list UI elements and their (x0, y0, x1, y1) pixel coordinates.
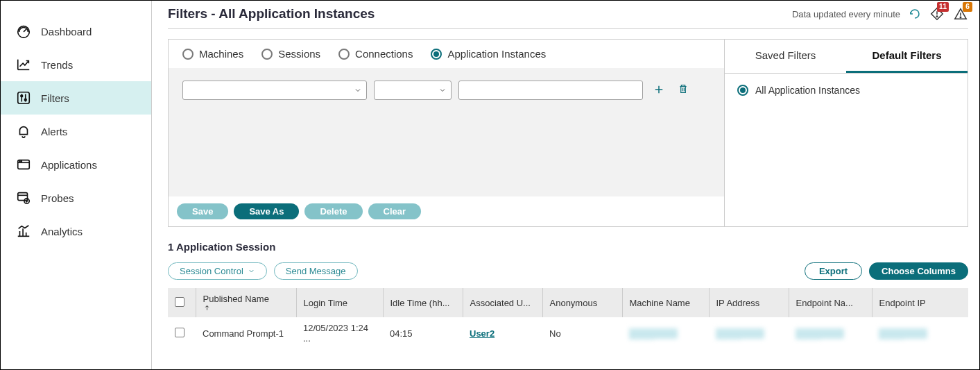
filter-builder (169, 68, 724, 196)
sidebar-item-trends[interactable]: Trends (1, 48, 151, 81)
sidebar-item-applications[interactable]: Applications (1, 148, 151, 181)
sidebar-item-label: Probes (41, 192, 74, 204)
filter-panel: Machines Sessions Connections Appli (168, 39, 968, 227)
tab-saved-filters[interactable]: Saved Filters (725, 40, 846, 73)
cell-idle-time: 04:15 (383, 317, 463, 349)
col-associated-user[interactable]: Associated U... (463, 288, 542, 317)
filter-field-select[interactable] (182, 81, 367, 100)
col-idle-time[interactable]: Idle Time (hh... (383, 288, 463, 317)
sidebar-item-label: Filters (41, 92, 69, 104)
chevron-down-icon (354, 86, 362, 94)
sidebar-item-label: Dashboard (41, 26, 92, 37)
default-filters-content: All Application Instances (725, 74, 968, 107)
radio-application-instances[interactable]: Application Instances (431, 48, 546, 60)
svg-point-10 (960, 17, 961, 17)
cell-associated-user: User2 (463, 317, 542, 349)
page-title: Filters - All Application Instances (168, 6, 375, 22)
warning-badge: 6 (963, 2, 972, 12)
sidebar: Dashboard Trends Filters Alerts Applicat… (1, 1, 152, 369)
col-anonymous[interactable]: Anonymous (542, 288, 622, 317)
default-filter-all-app-instances[interactable]: All Application Instances (737, 85, 955, 96)
sidebar-item-analytics[interactable]: Analytics (1, 215, 151, 248)
top-right: Data updated every minute 11 6 (792, 6, 968, 22)
save-button[interactable]: Save (177, 203, 228, 219)
sidebar-item-label: Applications (41, 159, 97, 171)
sidebar-item-alerts[interactable]: Alerts (1, 115, 151, 148)
cell-endpoint-name: ████ (789, 317, 872, 349)
col-endpoint-ip[interactable]: Endpoint IP (872, 288, 968, 317)
delete-button[interactable]: Delete (304, 203, 362, 219)
refresh-icon[interactable] (909, 8, 921, 20)
send-message-button[interactable]: Send Message (274, 262, 358, 280)
radio-machines[interactable]: Machines (182, 48, 243, 60)
row-checkbox[interactable] (175, 328, 184, 337)
delete-filter-button[interactable] (675, 81, 691, 97)
radio-label: Machines (199, 48, 243, 60)
svg-rect-1 (18, 92, 30, 104)
col-checkbox (168, 288, 196, 317)
svg-point-6 (21, 161, 22, 162)
cell-login-time: 12/05/2023 1:24 ... (296, 317, 383, 349)
cell-anonymous: No (542, 317, 622, 349)
svg-point-5 (19, 161, 20, 162)
svg-point-9 (936, 16, 937, 17)
sidebar-item-probes[interactable]: Probes (1, 181, 151, 215)
clear-button[interactable]: Clear (368, 203, 422, 219)
dashboard-icon (16, 24, 31, 39)
bell-icon (16, 124, 31, 139)
choose-columns-button[interactable]: Choose Columns (869, 262, 968, 280)
sidebar-item-label: Analytics (41, 226, 83, 237)
add-filter-button[interactable] (650, 81, 668, 99)
analytics-icon (16, 224, 31, 239)
radio-label: Application Instances (447, 48, 546, 60)
user-link[interactable]: User2 (470, 328, 495, 339)
radio-icon (182, 49, 194, 60)
col-login-time[interactable]: Login Time (296, 288, 383, 317)
save-as-button[interactable]: Save As (234, 203, 299, 219)
radio-label: Connections (355, 48, 413, 60)
table-header-row: Published Name Login Time Idle Time (hh.… (168, 288, 968, 317)
update-text: Data updated every minute (792, 9, 900, 19)
checkbox-all[interactable] (175, 297, 184, 307)
filter-value-input[interactable] (458, 81, 643, 100)
col-machine-name[interactable]: Machine Name (622, 288, 709, 317)
table-row[interactable]: Command Prompt-1 12/05/2023 1:24 ... 04:… (168, 317, 968, 349)
svg-rect-7 (18, 193, 28, 201)
sidebar-item-filters[interactable]: Filters (1, 81, 151, 115)
radio-icon (338, 49, 350, 60)
filter-actions: Save Save As Delete Clear (169, 196, 724, 226)
col-published-name[interactable]: Published Name (196, 288, 296, 317)
radio-icon (431, 49, 442, 60)
sidebar-item-label: Alerts (41, 126, 67, 137)
session-count-title: 1 Application Session (168, 227, 968, 262)
session-toolbar: Session Control Send Message Export Choo… (168, 262, 968, 288)
radio-icon (737, 85, 748, 96)
critical-badge: 11 (937, 2, 949, 12)
radio-icon (261, 49, 273, 60)
top-row: Filters - All Application Instances Data… (168, 1, 968, 29)
filter-type-radios: Machines Sessions Connections Appli (169, 40, 724, 68)
sidebar-item-dashboard[interactable]: Dashboard (1, 15, 151, 48)
session-control-button[interactable]: Session Control (168, 262, 267, 280)
tab-default-filters[interactable]: Default Filters (846, 40, 968, 73)
radio-connections[interactable]: Connections (338, 48, 413, 60)
probes-icon (16, 190, 31, 205)
warning-alerts-button[interactable]: 6 (953, 6, 968, 22)
cell-ip-address: ████ (709, 317, 789, 349)
radio-sessions[interactable]: Sessions (261, 48, 320, 60)
sidebar-item-label: Trends (41, 59, 73, 71)
filters-icon (16, 90, 31, 106)
svg-point-2 (21, 95, 23, 97)
export-button[interactable]: Export (805, 262, 862, 280)
button-label: Session Control (180, 266, 243, 276)
critical-alerts-button[interactable]: 11 (929, 6, 945, 22)
col-endpoint-name[interactable]: Endpoint Na... (789, 288, 872, 317)
chevron-down-icon (438, 86, 447, 94)
radio-label: Sessions (278, 48, 320, 60)
filter-operator-select[interactable] (374, 81, 452, 100)
sort-asc-icon (203, 304, 289, 312)
svg-point-3 (24, 99, 26, 101)
col-ip-address[interactable]: IP Address (709, 288, 789, 317)
cell-machine-name: ████ (622, 317, 709, 349)
main-content: Filters - All Application Instances Data… (152, 1, 979, 369)
